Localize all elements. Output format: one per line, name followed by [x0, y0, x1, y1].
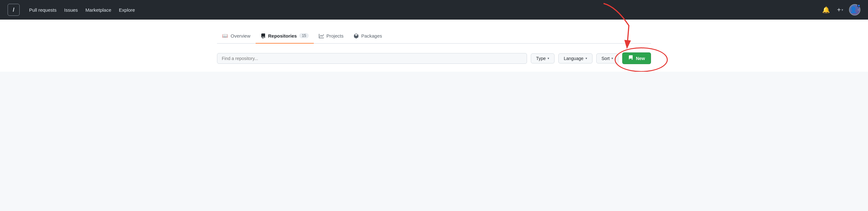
nav-issues[interactable]: Issues: [61, 5, 81, 14]
type-filter-button[interactable]: Type ▾: [531, 54, 555, 64]
tab-repositories[interactable]: Repositories 15: [256, 30, 314, 44]
search-input[interactable]: [217, 53, 527, 64]
language-filter-button[interactable]: Language ▾: [558, 54, 592, 64]
sort-filter-button[interactable]: Sort ▾: [596, 54, 619, 64]
main-content: 📖 Overview Repositories 15 Projec: [0, 20, 868, 72]
navbar: / Pull requests Issues Marketplace Explo…: [0, 0, 868, 20]
bell-icon: 🔔: [822, 6, 830, 13]
navbar-links: Pull requests Issues Marketplace Explore: [26, 5, 814, 14]
tab-overview[interactable]: 📖 Overview: [217, 30, 256, 44]
type-chevron-icon: ▾: [548, 57, 549, 60]
tab-packages[interactable]: Packages: [349, 30, 387, 44]
create-menu-button[interactable]: + ▾: [836, 5, 845, 15]
overview-icon: 📖: [222, 33, 228, 39]
nav-marketplace[interactable]: Marketplace: [82, 5, 115, 14]
tab-packages-label: Packages: [361, 33, 382, 39]
nav-pull-requests[interactable]: Pull requests: [26, 5, 60, 14]
tab-overview-label: Overview: [230, 33, 251, 39]
navbar-right: 🔔 + ▾ 👤 ▾: [821, 4, 860, 15]
packages-icon: [354, 33, 359, 39]
avatar-chevron-icon: ▾: [858, 8, 860, 12]
avatar-image: 👤: [850, 6, 857, 13]
repositories-icon: [261, 33, 266, 39]
navbar-logo[interactable]: /: [8, 4, 20, 16]
content-wrapper: 📖 Overview Repositories 15 Projec: [217, 30, 651, 72]
tab-repositories-label: Repositories: [268, 33, 297, 39]
nav-explore[interactable]: Explore: [116, 5, 138, 14]
repositories-count-badge: 15: [299, 33, 308, 38]
tabs-row: 📖 Overview Repositories 15 Projec: [217, 30, 651, 44]
chevron-down-icon: ▾: [841, 8, 843, 12]
notifications-button[interactable]: 🔔: [821, 5, 831, 15]
tab-projects[interactable]: Projects: [314, 30, 349, 44]
sort-label: Sort: [602, 56, 610, 61]
projects-icon: [319, 33, 324, 39]
sort-chevron-icon: ▾: [612, 57, 613, 60]
new-repository-button[interactable]: New: [622, 52, 651, 64]
new-label: New: [636, 56, 645, 61]
plus-icon: +: [837, 6, 841, 13]
type-label: Type: [536, 56, 546, 61]
avatar-notification-dot: [857, 4, 860, 7]
filter-row: Type ▾ Language ▾ Sort ▾ New: [217, 44, 651, 72]
language-label: Language: [564, 56, 583, 61]
search-input-wrapper: [217, 53, 527, 64]
tab-projects-label: Projects: [327, 33, 344, 39]
new-button-wrapper: New: [622, 52, 651, 64]
logo-slash: /: [13, 7, 14, 13]
new-repo-icon: [628, 55, 633, 61]
avatar[interactable]: 👤 ▾: [849, 4, 860, 15]
language-chevron-icon: ▾: [586, 57, 587, 60]
